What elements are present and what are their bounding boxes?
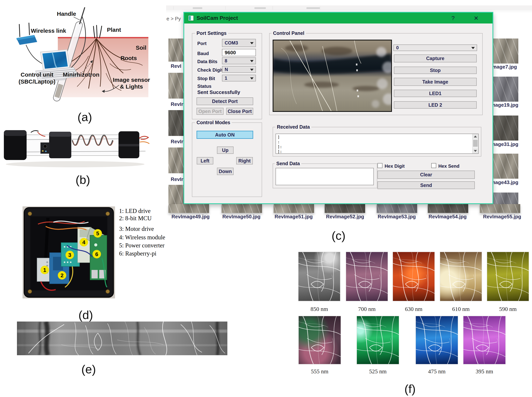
chevron-down-icon xyxy=(250,60,253,62)
status-value: Sent Successfully xyxy=(197,89,240,95)
caption-f: (f) xyxy=(372,382,449,396)
down-button[interactable]: Down xyxy=(217,168,234,175)
file-label[interactable]: Image7.jpg xyxy=(491,64,522,70)
received-line: ]: xyxy=(278,144,477,149)
wavelength-label: 630 nm xyxy=(393,306,435,312)
panel-b-photo xyxy=(2,125,152,170)
spectral-image-850nm xyxy=(298,252,341,301)
right-button[interactable]: Right xyxy=(236,157,253,164)
file-thumbnail[interactable] xyxy=(428,204,468,213)
led2-button[interactable]: LED 2 xyxy=(394,101,477,109)
scroll-up-icon[interactable] xyxy=(472,134,478,139)
file-thumbnail[interactable] xyxy=(480,204,520,213)
stop-bit-select[interactable]: 1 xyxy=(222,75,256,81)
spectral-image-630nm xyxy=(393,252,435,301)
scrollbar-thumb[interactable] xyxy=(473,140,478,147)
up-button[interactable]: Up xyxy=(217,147,234,154)
toolbar-ghost-item[interactable] xyxy=(254,7,266,9)
file-thumbnail[interactable] xyxy=(490,116,518,141)
file-thumbnail[interactable] xyxy=(168,110,184,136)
scroll-down-icon[interactable] xyxy=(472,149,478,154)
data-bits-value: 8 xyxy=(225,58,227,63)
soil-camera-image xyxy=(273,40,391,111)
left-button[interactable]: Left xyxy=(197,157,213,164)
auto-on-button[interactable]: Auto ON xyxy=(196,131,253,139)
help-button[interactable]: ? xyxy=(444,13,462,24)
port-settings-legend: Port Settings xyxy=(195,31,228,36)
hex-send-label: Hex Send xyxy=(438,163,459,169)
clear-button[interactable]: Clear xyxy=(377,171,475,179)
live-camera-view xyxy=(273,40,392,112)
file-label[interactable]: RevImage53.jpg xyxy=(374,214,420,220)
marker-2: 2 xyxy=(61,273,63,278)
caption-d: (d) xyxy=(47,308,124,322)
close-button[interactable]: ✕ xyxy=(468,13,485,24)
file-label[interactable]: RevImage52.jpg xyxy=(322,214,368,220)
file-thumbnail[interactable] xyxy=(377,204,417,213)
toolbar-ghost-item[interactable] xyxy=(193,7,202,9)
file-label[interactable]: RevImage51.jpg xyxy=(271,214,317,220)
check-digit-select[interactable]: N xyxy=(222,66,256,73)
file-thumbnail[interactable] xyxy=(168,73,184,99)
marker-6: 6 xyxy=(95,251,98,257)
marker-4: 4 xyxy=(82,239,85,245)
port-select[interactable]: COM3 xyxy=(222,39,256,47)
panel-d-legend-item: 6: Raspberry-pi xyxy=(119,250,157,257)
file-label[interactable]: RevI xyxy=(171,63,184,69)
file-label[interactable]: RevImage55.jpg xyxy=(479,214,525,220)
file-thumbnail[interactable] xyxy=(169,204,209,213)
received-line: : xyxy=(278,140,477,144)
file-label[interactable]: RevImage50.jpg xyxy=(218,214,265,220)
camera-select[interactable]: 0 xyxy=(393,44,477,51)
panel-d-legend-item: 4: Wireless module xyxy=(119,234,165,241)
caption-b: (b) xyxy=(44,173,121,186)
led1-button[interactable]: LED1 xyxy=(394,90,477,97)
stop-button[interactable]: Stop xyxy=(394,67,477,74)
image-sensor-label-line1: Image sensor xyxy=(113,77,150,83)
check-digit-value: N xyxy=(225,67,228,72)
file-label[interactable]: mage31.jpg xyxy=(491,141,522,147)
file-thumbnail[interactable] xyxy=(490,38,518,63)
file-thumbnail[interactable] xyxy=(490,77,518,102)
wavelength-label: 610 nm xyxy=(440,306,482,312)
toolbar-ghost-item[interactable] xyxy=(306,7,320,9)
file-label[interactable]: RevIr xyxy=(171,176,184,182)
wavelength-label: 395 nm xyxy=(463,368,506,375)
control-unit-label-line2: (SBC/Laptop) xyxy=(19,78,56,85)
close-port-button[interactable]: Close Port xyxy=(226,108,253,115)
file-thumbnail[interactable] xyxy=(325,204,365,213)
send-data-textarea[interactable] xyxy=(276,168,374,185)
file-thumbnail[interactable] xyxy=(168,38,184,62)
panel-d-legend-item: 5: Power converter xyxy=(119,242,165,249)
marker-3: 3 xyxy=(68,252,71,258)
file-label[interactable]: RevIr xyxy=(171,101,184,107)
send-button[interactable]: Send xyxy=(377,181,475,189)
file-thumbnail[interactable] xyxy=(490,154,518,179)
file-label[interactable]: mage19.jpg xyxy=(491,102,522,108)
toolbar-separator xyxy=(173,6,174,10)
received-data-textarea[interactable]: ] : ]: ]: xyxy=(276,134,479,154)
file-label[interactable]: RevImage49.jpg xyxy=(167,214,214,220)
hex-digit-checkbox[interactable] xyxy=(377,163,382,168)
handle-label: Handle xyxy=(57,11,76,17)
marker-5: 5 xyxy=(96,230,99,236)
file-thumbnail[interactable] xyxy=(222,204,262,213)
file-thumbnail[interactable] xyxy=(274,204,314,213)
spectral-image-610nm xyxy=(440,252,482,301)
capture-button[interactable]: Capture xyxy=(394,55,477,62)
baud-input[interactable] xyxy=(222,49,256,56)
file-label[interactable]: RevImage54.jpg xyxy=(424,214,471,220)
control-panel-legend: Control Panel xyxy=(272,31,306,36)
received-data-scrollbar[interactable] xyxy=(472,134,478,154)
detect-port-button[interactable]: Detect Port xyxy=(196,97,253,105)
wavelength-label: 525 nm xyxy=(357,368,399,375)
breadcrumb[interactable]: e > Py xyxy=(166,16,181,22)
file-label[interactable]: mage43.jpg xyxy=(491,180,522,186)
take-image-button[interactable]: Take Image xyxy=(394,78,477,86)
data-bits-select[interactable]: 8 xyxy=(222,57,256,64)
file-label[interactable]: RevIr xyxy=(171,139,184,145)
file-thumbnail[interactable] xyxy=(168,148,184,173)
hex-send-checkbox[interactable] xyxy=(431,163,436,168)
open-port-button[interactable]: Open Port xyxy=(196,108,223,115)
soilcam-window: SoilCam Project ? ✕ Port Settings Port C… xyxy=(184,12,493,204)
